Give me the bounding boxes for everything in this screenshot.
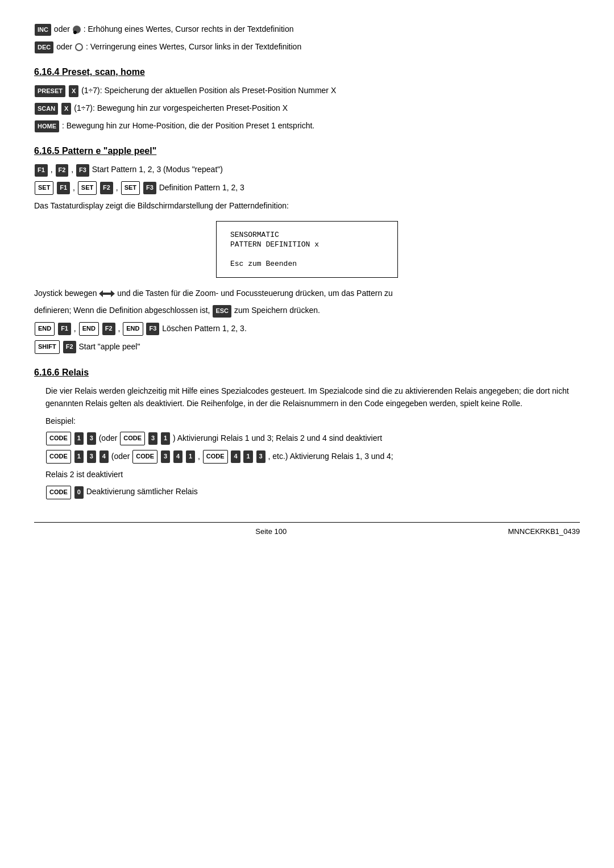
- code-key-e2a: CODE: [46, 450, 71, 464]
- example3-text: Deaktivierung sämtlicher Relais: [86, 487, 198, 496]
- display-intro-line: Das Tastaturdisplay zeigt die Bildschirm…: [34, 199, 580, 212]
- joystick-line2: definieren; Wenn die Definition abgeschl…: [34, 304, 580, 317]
- preset-line: PRESET X (1÷7): Speicherung der aktuelle…: [34, 84, 580, 97]
- dec-line: DEC oder : Verringerung eines Wertes, Cu…: [34, 40, 580, 53]
- pattern-set-line: SET F1 , SET F2 , SET F3 Definition Patt…: [34, 181, 580, 195]
- pattern-f-line1-text: Start Pattern 1, 2, 3 (Modus "repeat"): [92, 165, 223, 174]
- display-line2: PATTERN DEFINITION x: [230, 240, 384, 249]
- page-footer: Seite 100 MNNCEKRKB1_0439: [34, 522, 580, 536]
- home-key: HOME: [35, 120, 59, 133]
- num3-e1a: 3: [87, 432, 96, 445]
- example1-text: ) Aktivierungi Relais 1 und 3; Relais 2 …: [173, 433, 382, 443]
- x-key-2: X: [61, 103, 71, 115]
- code-key-e1b: CODE: [120, 432, 145, 445]
- section-relais-heading: 6.16.6 Relais: [34, 368, 580, 378]
- set-key-1: SET: [35, 181, 53, 195]
- num1-e2c: 1: [243, 450, 252, 463]
- delete-pattern-line: END F1 , END F2 , END F3 Löschen Pattern…: [34, 322, 580, 336]
- end-key-3: END: [123, 322, 143, 336]
- display-line4: Esc zum Beenden: [230, 260, 384, 268]
- shift-line: SHIFT F2 Start "apple peel": [34, 340, 580, 354]
- dec-text: : Verringerung eines Wertes, Cursor link…: [86, 42, 301, 51]
- f1-key-3: F1: [58, 323, 71, 335]
- display-line1: SENSORMATIC: [230, 231, 384, 239]
- section-pattern-heading: 6.16.5 Pattern e "apple peel": [34, 146, 580, 156]
- num4-e2b: 4: [173, 450, 182, 463]
- num3-e1b: 3: [148, 432, 157, 445]
- display-line3: [230, 250, 384, 258]
- dec-oder: oder: [56, 42, 74, 51]
- joystick-text4: zum Speichern drücken.: [234, 306, 320, 315]
- delete-pattern-text: Löschen Pattern 1, 2, 3.: [162, 324, 247, 333]
- joystick-arrow-icon: [99, 289, 115, 298]
- code-key-e1a: CODE: [46, 432, 71, 445]
- footer-page: Seite 100: [255, 527, 287, 536]
- example1-line: CODE 1 3 (oder CODE 3 1 ) Aktivierungi R…: [45, 432, 580, 445]
- scan-key: SCAN: [35, 103, 58, 115]
- joystick-text1: Joystick bewegen: [34, 289, 99, 298]
- code-key-e2c: CODE: [203, 450, 228, 464]
- section-relais: 6.16.6 Relais Die vier Relais werden gle…: [34, 368, 580, 499]
- preset-key: PRESET: [35, 85, 65, 98]
- num1-e2b: 1: [186, 450, 195, 463]
- svg-marker-0: [99, 290, 115, 297]
- num1-e1b: 1: [161, 432, 170, 445]
- example3-line: CODE 0 Deaktivierung sämtlicher Relais: [45, 485, 580, 499]
- circle-filled-icon: ●: [73, 26, 81, 34]
- joystick-text2: und die Tasten für die Zoom- und Focusst…: [117, 289, 393, 298]
- num1-e1a: 1: [74, 432, 84, 445]
- f2-key-4: F2: [63, 341, 76, 353]
- shift-key: SHIFT: [35, 340, 60, 354]
- num1-e2a: 1: [74, 450, 84, 463]
- joystick-text3: definieren; Wenn die Definition abgeschl…: [34, 306, 212, 315]
- example2-line2: Relais 2 ist deaktiviert: [45, 468, 580, 481]
- f2-key-3: F2: [102, 323, 115, 335]
- dec-key: DEC: [35, 41, 53, 54]
- set-key-2: SET: [78, 181, 97, 195]
- joystick-line: Joystick bewegen und die Tasten für die …: [34, 287, 580, 299]
- pattern-set-text: Definition Pattern 1, 2, 3: [159, 183, 244, 192]
- f3-key-2: F3: [143, 182, 156, 194]
- section-preset: 6.16.4 Preset, scan, home PRESET X (1÷7)…: [34, 67, 580, 132]
- end-key-2: END: [79, 322, 99, 336]
- x-key-1: X: [69, 85, 78, 98]
- relais-intro: Die vier Relais werden gleichzeitig mit …: [45, 385, 580, 410]
- f3-key-3: F3: [146, 323, 159, 335]
- inc-key: INC: [35, 24, 51, 36]
- set-key-3: SET: [121, 181, 140, 195]
- section-pattern: 6.16.5 Pattern e "apple peel" F1 , F2 , …: [34, 146, 580, 353]
- num3-e2a: 3: [87, 450, 96, 463]
- num4-e2c: 4: [231, 450, 240, 463]
- num4-e2a: 4: [99, 450, 109, 463]
- home-line: HOME : Bewegung hin zur Home-Position, d…: [34, 119, 580, 132]
- preset-text: (1÷7): Speicherung der aktuellen Positio…: [81, 86, 336, 95]
- circle-outline-icon: [75, 43, 83, 51]
- section-preset-heading: 6.16.4 Preset, scan, home: [34, 67, 580, 77]
- end-key-1: END: [35, 322, 55, 336]
- example2-etc: , etc.) Aktivierung Relais 1, 3 und 4;: [268, 452, 393, 461]
- code-key-e3: CODE: [46, 486, 71, 499]
- f2-key-2: F2: [100, 182, 113, 194]
- f3-key-1: F3: [76, 164, 89, 177]
- code-key-e2b: CODE: [132, 450, 157, 464]
- scan-text: (1÷7): Bewegung hin zur vorgespeicherten…: [74, 103, 288, 112]
- num0-e3: 0: [74, 486, 84, 499]
- f1-key-2: F1: [57, 182, 70, 194]
- inc-oder: oder: [54, 24, 72, 34]
- inc-text: : Erhöhung eines Wertes, Cursor rechts i…: [84, 24, 294, 34]
- inc-line: INC oder ● : Erhöhung eines Wertes, Curs…: [34, 23, 580, 36]
- top-lines: INC oder ● : Erhöhung eines Wertes, Curs…: [34, 23, 580, 53]
- pattern-display-box: SENSORMATIC PATTERN DEFINITION x Esc zum…: [216, 221, 398, 278]
- example2-line: CODE 1 3 4 (oder CODE 3 4 1 , CODE 4 1 3…: [45, 450, 580, 464]
- num3-e2b: 3: [161, 450, 170, 463]
- f2-key-1: F2: [56, 164, 69, 177]
- f1-key-1: F1: [35, 164, 48, 177]
- shift-text: Start "apple peel": [78, 342, 140, 351]
- num3-e2c: 3: [256, 450, 265, 463]
- footer-doc: MNNCEKRKB1_0439: [508, 527, 580, 536]
- esc-key: ESC: [213, 305, 231, 318]
- home-text: : Bewegung hin zur Home-Position, die de…: [62, 121, 314, 130]
- page-content: INC oder ● : Erhöhung eines Wertes, Curs…: [34, 23, 580, 536]
- scan-line: SCAN X (1÷7): Bewegung hin zur vorgespei…: [34, 102, 580, 115]
- beispiel-label: Beispiel:: [45, 415, 580, 427]
